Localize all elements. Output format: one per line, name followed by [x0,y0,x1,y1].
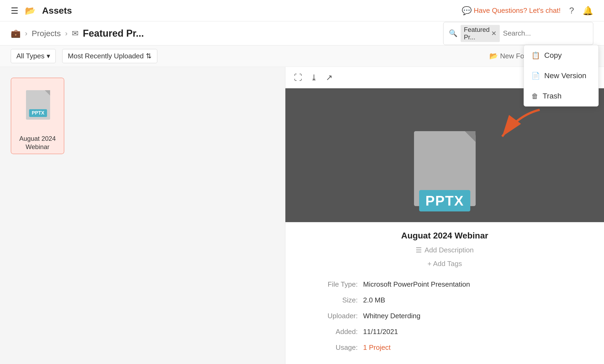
meta-row-size: Size: 2.0 MB [296,292,593,308]
file-badge-large: PPTX [419,190,471,211]
panel-info: Auguat 2024 Webinar ☰ Add Description + … [285,222,604,364]
breadcrumb-bar: 💼 › Projects › ✉ Featured Pr... 🔍 Featur… [0,21,604,46]
arrow-overlay [497,104,550,147]
meta-row-filetype: File Type: Microsoft PowerPoint Presenta… [296,276,593,292]
trash-menu-item[interactable]: 🗑 Trash [524,86,598,106]
bell-icon[interactable]: 🔔 [583,6,593,16]
add-tags-label: + Add Tags [427,260,462,268]
search-input[interactable] [503,29,590,37]
added-label: Added: [296,324,360,340]
file-thumbnail: PPTX [11,78,64,132]
breadcrumb-sep-1: › [25,29,27,38]
size-label: Size: [296,292,360,308]
file-name: Auguat 2024 Webinar [11,132,64,154]
lines-icon: ☰ [416,246,422,254]
meta-row-added: Added: 11/11/2021 [296,324,593,340]
copy-icon: 📋 [531,51,540,60]
chat-text: Have Questions? Let's chat! [474,6,561,15]
sort-chevron-icon: ⇅ [146,52,152,60]
file-item[interactable]: PPTX Auguat 2024 Webinar [11,78,64,154]
meta-row-uploader: Uploader: Whitney Deterding [296,308,593,324]
chat-bubble-icon: 💬 [462,6,472,15]
pptx-icon-small: PPTX [26,90,50,120]
chat-link[interactable]: 💬 Have Questions? Let's chat! [462,6,561,15]
panel-filename: Auguat 2024 Webinar [296,231,593,241]
search-tag-text: Featured Pr... [464,26,490,41]
usage-value[interactable]: 1 Project [360,340,593,355]
nav-left: ☰ 📂 Assets [11,5,72,16]
breadcrumb-projects[interactable]: Projects [32,29,61,38]
help-icon[interactable]: ? [569,6,574,16]
expand-icon[interactable]: ⛶ [294,73,302,82]
search-icon: 🔍 [449,29,457,37]
file-badge-small: PPTX [29,109,47,117]
added-value: 11/11/2021 [360,324,593,340]
file-grid: PPTX Auguat 2024 Webinar [0,67,285,364]
hamburger-icon[interactable]: ☰ [11,6,18,16]
file-type-value: Microsoft PowerPoint Presentation [360,276,593,292]
breadcrumb-current: Featured Pr... [83,28,144,39]
all-types-dropdown[interactable]: All Types ▾ [11,49,56,63]
share-icon[interactable]: ↗ [326,73,333,82]
all-types-label: All Types [16,52,44,60]
panel-toolbar-left: ⛶ ⤓ ↗ [294,73,333,82]
file-page-small: PPTX [26,90,50,120]
trash-icon: 🗑 [531,92,538,100]
top-nav: ☰ 📂 Assets 💬 Have Questions? Let's chat!… [0,0,604,21]
add-description-button[interactable]: ☰ Add Description [296,246,593,254]
breadcrumb: 💼 › Projects › ✉ Featured Pr... [11,28,144,39]
size-value: 2.0 MB [360,292,593,308]
search-tag[interactable]: Featured Pr... ✕ [461,25,500,42]
preview-area: PPTX [285,88,604,222]
download-icon[interactable]: ⤓ [311,73,317,82]
sort-label: Most Recently Uploaded [68,52,144,60]
copy-label: Copy [544,51,562,60]
app-title: Assets [42,5,72,16]
new-version-icon: 📄 [531,72,540,80]
uploader-value: Whitney Deterding [360,308,593,324]
new-version-menu-item[interactable]: 📄 New Version [524,66,598,86]
right-panel: ⛶ ⤓ ↗ ⋮ 📋 Copy 📄 New Version 🗑 Trash [285,67,604,364]
nav-right: 💬 Have Questions? Let's chat! ? 🔔 [462,6,593,16]
metadata-table: File Type: Microsoft PowerPoint Presenta… [296,276,593,355]
copy-menu-item[interactable]: 📋 Copy [524,45,598,66]
breadcrumb-sep-2: › [65,29,68,38]
breadcrumb-icon: 💼 [11,29,21,38]
file-type-label: File Type: [296,276,360,292]
chevron-down-icon: ▾ [47,52,50,60]
breadcrumb-envelope-icon: ✉ [72,29,79,38]
sort-dropdown[interactable]: Most Recently Uploaded ⇅ [62,49,157,63]
file-page-large: PPTX [414,131,476,206]
new-folder-icon: 📂 [489,52,498,60]
main-content: PPTX Auguat 2024 Webinar ⛶ ⤓ ↗ ⋮ 📋 Copy [0,67,604,364]
search-tag-close-icon[interactable]: ✕ [491,30,497,37]
context-menu: 📋 Copy 📄 New Version 🗑 Trash [524,45,599,107]
search-bar: 🔍 Featured Pr... ✕ [443,22,593,45]
meta-row-usage: Usage: 1 Project [296,340,593,355]
new-version-label: New Version [544,71,586,80]
add-tags-button[interactable]: + Add Tags [296,260,593,268]
trash-label: Trash [543,92,562,100]
toolbar: All Types ▾ Most Recently Uploaded ⇅ 📂 N… [0,46,604,67]
uploader-label: Uploader: [296,308,360,324]
usage-label: Usage: [296,340,360,355]
add-description-label: Add Description [424,246,474,254]
app-icon: 📂 [25,6,36,16]
